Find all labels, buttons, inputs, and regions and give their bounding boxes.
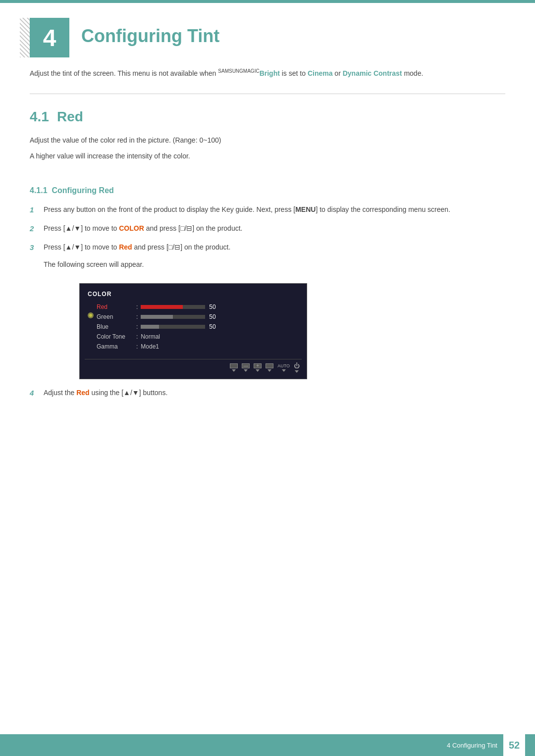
section-desc1: Adjust the value of the color red in the…: [30, 135, 505, 147]
power-symbol: ⏻: [294, 362, 300, 369]
svg-point-1: [89, 314, 92, 317]
menu-row-green: Green : 50: [97, 313, 298, 320]
menu-label-green: Green: [97, 313, 136, 320]
btn-menu-icon: [266, 363, 273, 368]
brand-prefix: SAMSUNG: [218, 68, 243, 74]
step-number-3: 3: [30, 242, 44, 253]
btn-minus-icon: —: [242, 363, 250, 368]
btn-back: [230, 363, 238, 372]
step-content-4: Adjust the Red using the [▲/▼] buttons.: [44, 387, 505, 398]
bar-value-green: 50: [209, 313, 221, 320]
screen-bottom-bar: — + AUTO: [85, 359, 302, 374]
cinema-label: Cinema: [308, 69, 333, 77]
section-number: 4.1: [30, 109, 49, 125]
menu-rows: Red : 50 Green : 50: [85, 302, 302, 357]
section-body: Adjust the value of the color red in the…: [30, 135, 505, 171]
bar-track-red: [141, 305, 205, 309]
step3-text: Press [▲/▼] to move to Red and press [□/…: [44, 243, 230, 251]
btn-back-icon: [230, 363, 238, 368]
colon-colortone: :: [136, 333, 138, 340]
arrow-plus: [256, 369, 260, 372]
btn-menu: [266, 363, 273, 372]
section-4-1: 4.1 Red Adjust the value of the color re…: [0, 94, 535, 176]
chapter-title: Configuring Tint: [69, 18, 219, 47]
menu-value-gamma: Mode1: [141, 343, 159, 350]
step-number-2: 2: [30, 223, 44, 235]
intro-text-part1: Adjust the tint of the screen. This menu…: [30, 69, 218, 77]
screen-title: COLOR: [85, 289, 302, 302]
intro-text: Adjust the tint of the screen. This menu…: [0, 67, 535, 94]
colon-green: :: [136, 313, 138, 320]
speaker-icon: [87, 311, 95, 323]
menu-row-gamma: Gamma : Mode1: [97, 343, 298, 350]
steps-list: 1 Press any button on the front of the p…: [30, 204, 505, 253]
menu-label-gamma: Gamma: [97, 343, 136, 350]
auto-label: AUTO: [277, 363, 290, 368]
step-3: 3 Press [▲/▼] to move to Red and press […: [30, 242, 505, 253]
minus-symbol: —: [243, 363, 248, 368]
btn-plus: +: [254, 363, 262, 372]
colon-blue: :: [136, 323, 138, 330]
btn-minus: —: [242, 363, 250, 372]
menu-row-colortone: Color Tone : Normal: [97, 333, 298, 340]
bright-label: Bright: [260, 69, 280, 77]
menu-label-blue: Blue: [97, 323, 136, 330]
plus-symbol: +: [256, 363, 259, 368]
arrow-minus: [244, 369, 248, 372]
chapter-number: 4: [43, 24, 56, 51]
subsection-4-1-1: 4.1.1 Configuring Red 1 Press any button…: [0, 176, 535, 416]
arrow-auto: [282, 369, 286, 372]
menu-value-colortone: Normal: [141, 333, 160, 340]
intro-end: mode.: [402, 69, 424, 77]
step-1: 1 Press any button on the front of the p…: [30, 204, 505, 216]
step-2: 2 Press [▲/▼] to move to COLOR and press…: [30, 223, 505, 235]
chapter-number-box: 4: [30, 18, 69, 57]
subsection-title: Configuring Red: [52, 186, 113, 195]
top-accent-bar: [0, 0, 535, 3]
screen-simulation: COLOR Red :: [79, 283, 307, 379]
btn-plus-icon: +: [254, 363, 262, 368]
colon-gamma: :: [136, 343, 138, 350]
footer-text: 4 Configuring Tint: [447, 742, 497, 749]
btn-power: ⏻: [294, 362, 300, 373]
step1-text: Press any button on the front of the pro…: [44, 205, 450, 213]
menu-row-red-container: Red : 50 Green : 50: [97, 303, 298, 350]
colon-red: :: [136, 303, 138, 310]
bar-fill-green: [141, 315, 173, 319]
screen-simulation-container: COLOR Red :: [79, 283, 307, 379]
bar-value-blue: 50: [209, 323, 221, 330]
section-title: Red: [57, 109, 83, 125]
section-desc2: A higher value will increase the intensi…: [30, 151, 505, 162]
arrow-menu: [268, 369, 271, 372]
bar-value-red: 50: [209, 303, 221, 310]
menu-row-red: Red : 50: [97, 303, 298, 310]
chapter-header: 4 Configuring Tint: [0, 3, 535, 67]
arrow-back: [232, 369, 236, 372]
step2-text: Press [▲/▼] to move to COLOR and press […: [44, 224, 242, 232]
bar-track-green: [141, 315, 205, 319]
step-content-3: Press [▲/▼] to move to Red and press [□/…: [44, 242, 505, 252]
footer-page-number: 52: [503, 734, 525, 756]
step4-text: Adjust the Red using the [▲/▼] buttons.: [44, 389, 167, 397]
bar-track-blue: [141, 325, 205, 329]
btn-auto: AUTO: [277, 363, 290, 372]
menu-label-colortone: Color Tone: [97, 333, 136, 340]
dynamic-contrast-label: Dynamic Contrast: [343, 69, 402, 77]
subsection-number: 4.1.1: [30, 186, 52, 195]
section-heading: 4.1 Red: [30, 109, 505, 125]
step3-note: The following screen will appear.: [30, 260, 505, 268]
bar-fill-red: [141, 305, 183, 309]
brand-suffix: MAGIC: [243, 68, 260, 74]
menu-row-blue: Blue : 50: [97, 323, 298, 330]
arrow-power: [295, 370, 299, 373]
subsection-heading: 4.1.1 Configuring Red: [30, 186, 505, 195]
step-number-4: 4: [30, 387, 44, 399]
step-4: 4 Adjust the Red using the [▲/▼] buttons…: [30, 387, 505, 399]
step-number-1: 1: [30, 204, 44, 216]
step4-list: 4 Adjust the Red using the [▲/▼] buttons…: [30, 387, 505, 399]
bar-fill-blue: [141, 325, 159, 329]
menu-label-red: Red: [97, 303, 136, 310]
step-content-2: Press [▲/▼] to move to COLOR and press […: [44, 223, 505, 234]
intro-or: or: [332, 69, 342, 77]
step-content-1: Press any button on the front of the pro…: [44, 204, 505, 215]
